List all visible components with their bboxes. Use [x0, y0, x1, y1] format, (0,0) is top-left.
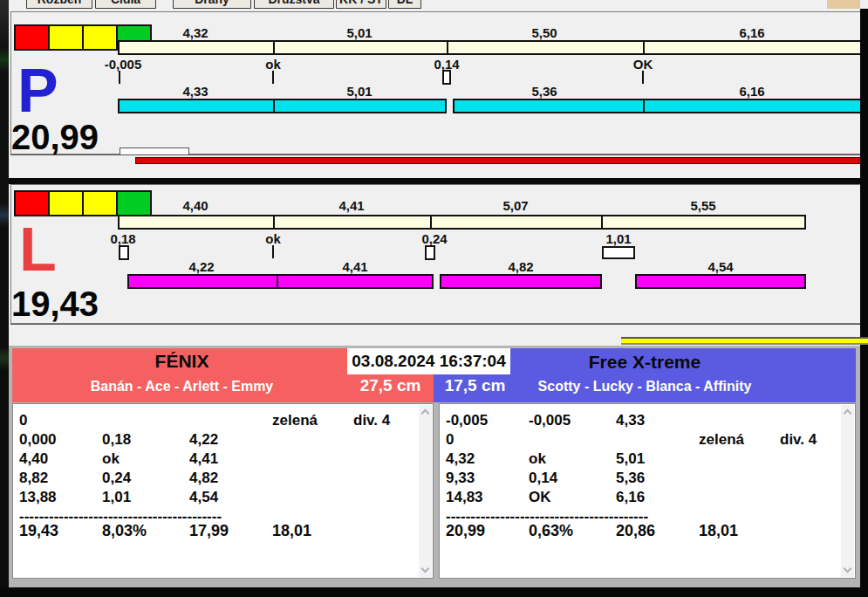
cell: 0,24 — [102, 469, 131, 488]
cell: -0,005 — [446, 411, 488, 430]
status-light-yellow — [84, 26, 118, 49]
team-right-jump-height: 17,5 cm — [434, 376, 516, 395]
cell: 6,16 — [616, 488, 645, 507]
bar-divider — [643, 100, 645, 112]
divider-line — [10, 324, 860, 325]
lane-l-letter: L — [19, 225, 57, 274]
cell: 8,82 — [19, 469, 48, 488]
scroll-up-arrow[interactable] — [421, 409, 430, 418]
total-cell: 20,99 — [446, 521, 485, 540]
table-row: 14,83 OK 6,16 — [440, 488, 839, 507]
total-cell: 8,03% — [102, 521, 147, 540]
cell: zelená — [699, 430, 744, 449]
l-top-split-label: 4,40 — [143, 198, 248, 213]
tab-druzstva[interactable]: Družstva — [254, 0, 334, 9]
lane-l-total-time: 19,43 — [11, 287, 99, 320]
l-change-mark: 0,24 — [382, 231, 487, 246]
cell: 0,000 — [19, 430, 57, 449]
progress-marker-box — [120, 148, 189, 155]
p-change-mark: OK — [591, 57, 695, 72]
total-cell: 17,99 — [189, 521, 229, 540]
status-light-red — [16, 26, 50, 49]
tab-rozbeh[interactable]: Rozběh — [26, 0, 92, 9]
team-left-results-table[interactable]: 0 zelená div. 4 0,000 0,18 4,22 4,40 ok … — [12, 403, 434, 579]
cell: 1,01 — [102, 488, 131, 507]
l-bottom-split-label: 4,82 — [468, 259, 573, 274]
status-light-yellow — [50, 26, 84, 49]
p-bottom-split-label: 6,16 — [700, 84, 804, 99]
table-row: 8,82 0,24 4,82 — [13, 469, 417, 488]
l-change-mark: 1,01 — [566, 231, 671, 246]
cell: 4,41 — [189, 449, 218, 469]
desktop-sliver — [827, 0, 860, 9]
window-right-border — [860, 9, 868, 597]
l-lane-split-bar — [127, 274, 434, 289]
cell: 0,14 — [529, 469, 557, 488]
l-top-split-label: 5,07 — [463, 198, 568, 213]
table-row: 0,000 0,18 4,22 — [13, 430, 417, 449]
cell: OK — [529, 488, 551, 507]
status-light-red — [16, 192, 50, 215]
lane-p-letter: P — [17, 66, 58, 115]
l-bottom-split-label: 4,22 — [149, 259, 254, 274]
change-indicator-box-wide — [602, 246, 635, 259]
p-lane-split-bar — [118, 99, 447, 113]
l-lane-split-bar — [635, 274, 806, 289]
table-row: -0,005 -0,005 4,33 — [440, 411, 839, 430]
tab-cidla[interactable]: Čidla — [95, 0, 156, 9]
cell: zelená — [272, 411, 318, 430]
team-right-results-table[interactable]: -0,005 -0,005 4,33 0 zelená div. 4 4,32 … — [439, 403, 856, 579]
status-light-yellow — [50, 192, 84, 215]
scroll-down-arrow[interactable] — [844, 565, 852, 573]
panel-divider — [9, 178, 860, 184]
cell: -0,005 — [529, 411, 571, 430]
tab-kk-st[interactable]: KK / ST — [336, 0, 386, 9]
cell: div. 4 — [780, 430, 817, 449]
l-bottom-split-label: 4,54 — [668, 259, 773, 274]
cell: 4,54 — [189, 488, 218, 507]
l-change-mark: ok — [221, 231, 325, 246]
timing-app-window: Rozběh Čidla Dráhy Družstva KK / ST DL 4… — [0, 0, 868, 597]
bar-divider — [601, 216, 603, 228]
table-scrollbar[interactable] — [841, 405, 854, 577]
lane-p-total-time: 20,99 — [11, 120, 99, 154]
cell: 4,33 — [616, 411, 645, 430]
table-row: 4,32 ok 5,01 — [440, 449, 839, 469]
p-progress-bar — [135, 157, 862, 164]
cell: ok — [102, 449, 120, 469]
change-indicator-box — [119, 245, 129, 260]
bar-divider — [277, 276, 278, 287]
window-bottom-border — [0, 587, 868, 597]
tab-dl[interactable]: DL — [388, 0, 421, 9]
table-row: 0 zelená div. 4 — [440, 430, 839, 449]
cell: 9,33 — [446, 469, 475, 488]
table-totals-row: 20,99 0,63% 20,86 18,01 — [440, 521, 839, 540]
cell: 0 — [446, 430, 454, 449]
tab-drahy[interactable]: Dráhy — [173, 0, 251, 9]
l-progress-bar — [621, 337, 868, 345]
bar-divider — [273, 100, 275, 112]
change-tick — [272, 245, 274, 258]
bar-divider — [273, 42, 275, 53]
datetime-display: 03.08.2024 16:37:04 — [347, 348, 510, 374]
table-scrollbar[interactable] — [419, 405, 432, 577]
l-lane-split-bar — [440, 274, 602, 289]
total-cell: 18,01 — [699, 521, 738, 540]
cell: ok — [529, 449, 546, 469]
cell: 13,88 — [19, 488, 57, 507]
change-tick — [119, 71, 120, 84]
cell: 0,18 — [102, 430, 131, 449]
table-row: 13,88 1,01 4,54 — [13, 488, 417, 507]
change-indicator-box — [425, 245, 435, 260]
p-top-split-label: 5,50 — [492, 25, 597, 40]
p-bottom-split-label: 4,33 — [143, 84, 248, 99]
table-row: 9,33 0,14 5,36 — [440, 469, 839, 488]
l-top-split-label: 5,55 — [651, 198, 755, 213]
scroll-down-arrow[interactable] — [421, 565, 430, 573]
team-left-name: FÉNIX — [12, 351, 352, 372]
status-light-yellow — [84, 192, 118, 215]
scroll-up-arrow[interactable] — [844, 409, 852, 418]
total-cell: 20,86 — [616, 521, 655, 540]
cell: 5,01 — [616, 449, 645, 469]
change-indicator-box — [442, 70, 451, 85]
